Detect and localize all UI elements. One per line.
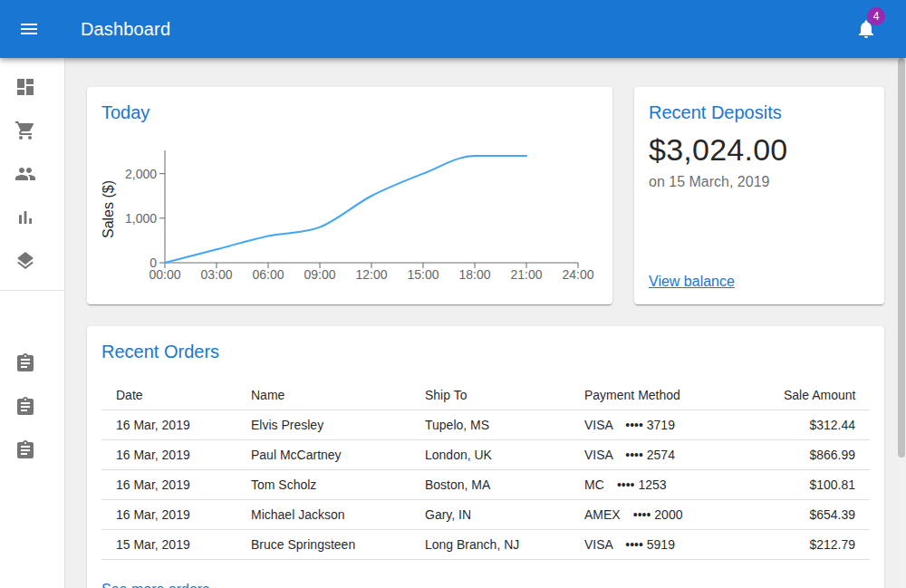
sidebar-item-main-3-bar-chart[interactable] [0,196,64,239]
notification-badge: 4 [867,7,885,25]
table-cell: Michael Jackson [236,500,410,530]
sidebar-item-main-1-shopping-cart[interactable] [0,109,64,152]
column-header-name: Name [236,381,410,410]
orders-header-row: DateNameShip ToPayment MethodSale Amount [101,381,870,410]
table-row: 16 Mar, 2019Michael JacksonGary, INAMEX … [101,500,870,530]
sidebar-item-main-4-layers[interactable] [0,239,64,283]
y-tick-label: 2,000 [125,167,157,181]
table-cell: $212.79 [769,530,870,560]
orders-table: DateNameShip ToPayment MethodSale Amount… [101,381,870,560]
x-tick-label: 21:00 [510,267,542,282]
table-cell: 15 Mar, 2019 [101,530,236,560]
x-tick-label: 09:00 [304,267,335,282]
table-cell: $312.44 [769,410,870,440]
hamburger-menu-icon [18,18,40,40]
table-cell: Long Branch, NJ [410,530,570,560]
saved-reports-subheader-space [0,298,64,342]
shopping-cart-icon [14,120,36,141]
table-cell: VISA ⠀•••• 5919 [570,530,769,560]
table-cell: 16 Mar, 2019 [101,410,236,440]
x-tick-label: 18:00 [458,267,490,282]
y-axis-label: Sales ($) [101,180,116,238]
column-header-sale-amount: Sale Amount [769,381,870,410]
table-cell: 16 Mar, 2019 [101,470,236,500]
line-chart-svg: 00:0003:0006:0009:0012:0015:0018:0021:00… [101,145,598,284]
table-cell: Elvis Presley [236,410,410,440]
table-cell: Paul McCartney [236,440,410,470]
app-root: Dashboard 4 Today 00:0003:0006:0009:0012… [0,0,906,588]
sidebar-item-main-0-dashboard[interactable] [0,65,64,109]
table-row: 16 Mar, 2019Paul McCartneyLondon, UKVISA… [101,440,870,470]
sidebar-divider [0,290,64,291]
table-cell: MC ⠀•••• 1253 [570,470,769,500]
x-tick-label: 03:00 [200,267,232,282]
recent-deposits-card: Recent Deposits $3,024.00 on 15 March, 2… [634,87,884,304]
view-balance-link[interactable]: View balance [649,274,735,290]
assignment-icon [14,352,36,374]
dashboard-icon [14,76,36,98]
app-bar: Dashboard 4 [0,0,906,58]
deposit-amount: $3,024.00 [649,132,870,168]
sales-chart: 00:0003:0006:0009:0012:0015:0018:0021:00… [101,145,598,284]
table-row: 16 Mar, 2019Tom ScholzBoston, MAMC ⠀••••… [101,470,870,500]
deposit-date: on 15 March, 2019 [649,174,870,190]
table-cell: London, UK [410,440,570,470]
y-tick-label: 1,000 [125,211,157,226]
recent-deposits-title: Recent Deposits [649,101,870,123]
table-cell: Bruce Springsteen [236,530,410,560]
table-row: 16 Mar, 2019Elvis PresleyTupelo, MSVISA … [101,410,870,440]
people-icon [14,163,36,185]
table-cell: 16 Mar, 2019 [101,500,236,530]
table-cell: $100.81 [769,470,870,500]
table-cell: $866.99 [769,440,870,470]
notifications-button[interactable]: 4 [844,7,888,51]
table-cell: Tom Scholz [236,470,410,500]
today-card: Today 00:0003:0006:0009:0012:0015:0018:0… [87,87,612,304]
sidebar-secondary-group [0,342,64,472]
see-more-orders-link[interactable]: See more orders [101,582,209,588]
assignment-icon [14,439,36,461]
sidebar [0,0,65,588]
sidebar-item-saved-2-assignment[interactable] [0,429,64,472]
y-tick-label: 0 [149,255,157,270]
x-tick-label: 15:00 [407,267,439,282]
table-cell: AMEX ⠀•••• 2000 [570,500,769,530]
scrollbar-thumb[interactable] [898,58,905,458]
column-header-ship-to: Ship To [410,381,570,410]
table-cell: $654.39 [769,500,870,530]
menu-button[interactable] [7,7,51,51]
page-title: Dashboard [81,19,844,40]
recent-orders-card: Recent Orders DateNameShip ToPayment Met… [87,326,884,588]
table-cell: 16 Mar, 2019 [101,440,236,470]
table-cell: Gary, IN [410,500,570,530]
recent-orders-title: Recent Orders [101,341,870,362]
sidebar-item-saved-0-assignment[interactable] [0,342,64,385]
table-cell: Tupelo, MS [410,410,570,440]
x-tick-label: 24:00 [562,267,593,282]
table-row: 15 Mar, 2019Bruce SpringsteenLong Branch… [101,530,870,560]
table-cell: VISA ⠀•••• 2574 [570,440,769,470]
assignment-icon [14,396,36,418]
column-header-payment-method: Payment Method [570,381,769,410]
sidebar-item-main-2-people[interactable] [0,152,64,196]
scrollbar-track[interactable] [897,58,906,588]
sidebar-main-group [0,65,64,283]
column-header-date: Date [101,381,236,410]
x-tick-label: 06:00 [252,267,284,282]
layers-icon [14,250,36,272]
table-cell: Boston, MA [410,470,570,500]
today-title: Today [101,101,598,123]
bar-chart-icon [14,207,36,228]
x-tick-label: 12:00 [355,267,387,282]
sidebar-item-saved-1-assignment[interactable] [0,385,64,429]
table-cell: VISA ⠀•••• 3719 [570,410,769,440]
sales-line-series [165,156,526,263]
